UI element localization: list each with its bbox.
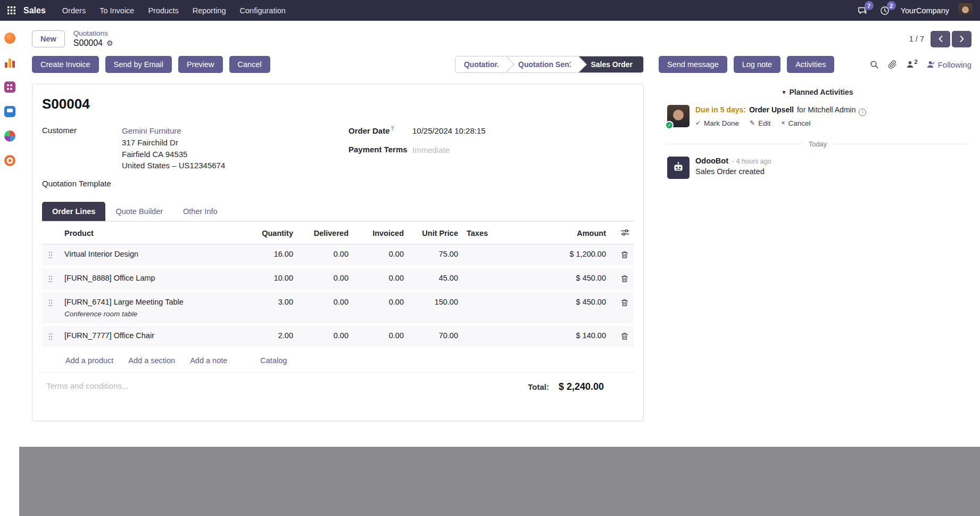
column-header-quantity[interactable]: Quantity — [238, 223, 297, 244]
app-shortcut-icon-1[interactable] — [4, 32, 15, 44]
log-note-button[interactable]: Log note — [734, 56, 780, 73]
status-quotation[interactable]: Quotation — [455, 56, 505, 72]
invoiced-cell[interactable]: 0.00 — [353, 244, 408, 267]
company-name[interactable]: YourCompany — [901, 6, 949, 15]
column-header-delivered[interactable]: Delivered — [297, 223, 353, 244]
drag-handle-icon[interactable] — [46, 250, 55, 260]
apps-menu-button[interactable] — [0, 0, 22, 21]
cancel-button[interactable]: Cancel — [229, 56, 270, 73]
status-quotation-sent[interactable]: Quotation Sent — [505, 56, 578, 72]
quantity-cell[interactable]: 10.00 — [238, 267, 297, 291]
record-actions-gear-icon[interactable]: ⚙ — [106, 39, 113, 47]
delete-line-icon[interactable] — [620, 274, 629, 284]
invoiced-cell[interactable]: 0.00 — [353, 291, 408, 325]
unit-price-cell[interactable]: 70.00 — [408, 325, 462, 349]
delivered-cell[interactable]: 0.00 — [297, 267, 353, 291]
app-name[interactable]: Sales — [23, 6, 46, 15]
menu-configuration[interactable]: Configuration — [233, 0, 293, 21]
taxes-cell[interactable] — [462, 325, 526, 349]
user-avatar[interactable] — [958, 3, 973, 18]
unit-price-cell[interactable]: 150.00 — [408, 291, 462, 325]
customer-link[interactable]: Gemini Furniture — [122, 125, 225, 137]
invoiced-cell[interactable]: 0.00 — [353, 325, 408, 349]
invoiced-cell[interactable]: 0.00 — [353, 267, 408, 291]
column-header-product[interactable]: Product — [60, 223, 238, 244]
delivered-cell[interactable]: 0.00 — [297, 244, 353, 267]
pager-previous-button[interactable] — [931, 31, 950, 47]
unit-price-cell[interactable]: 75.00 — [408, 244, 462, 267]
quantity-cell[interactable]: 16.00 — [238, 244, 297, 267]
column-header-taxes[interactable]: Taxes — [462, 223, 526, 244]
delete-line-icon[interactable] — [620, 298, 629, 308]
terms-and-conditions-field[interactable]: Terms and conditions... — [46, 381, 128, 390]
menu-to-invoice[interactable]: To Invoice — [93, 0, 141, 21]
paperclip-icon — [888, 60, 897, 69]
tab-other-info[interactable]: Other Info — [173, 202, 227, 221]
add-a-note-link[interactable]: Add a note — [190, 356, 227, 365]
menu-products[interactable]: Products — [141, 0, 185, 21]
column-header-invoiced[interactable]: Invoiced — [353, 223, 408, 244]
line-note[interactable]: Conference room table — [64, 310, 234, 318]
drag-handle-icon[interactable] — [46, 298, 55, 308]
info-icon[interactable]: i — [859, 109, 866, 116]
message-author: OdooBot — [695, 157, 728, 165]
drag-handle-icon[interactable] — [46, 274, 55, 284]
payment-terms-field[interactable]: Immediate — [412, 144, 450, 156]
product-cell[interactable]: [FURN_8888] Office Lamp — [64, 274, 234, 282]
delete-line-icon[interactable] — [620, 331, 629, 341]
menu-reporting[interactable]: Reporting — [186, 0, 233, 21]
new-button[interactable]: New — [32, 30, 65, 47]
delivered-cell[interactable]: 0.00 — [297, 325, 353, 349]
drag-handle-icon[interactable] — [46, 331, 55, 342]
taxes-cell[interactable] — [462, 291, 526, 325]
status-sales-order[interactable]: Sales Order — [578, 56, 643, 72]
send-by-email-button[interactable]: Send by Email — [105, 56, 172, 73]
following-button[interactable]: Following — [927, 60, 971, 69]
taxes-cell[interactable] — [462, 244, 526, 267]
product-cell[interactable]: [FURN_6741] Large Meeting Table — [64, 298, 234, 306]
product-cell[interactable]: [FURN_7777] Office Chair — [64, 331, 234, 340]
tab-quote-builder[interactable]: Quote Builder — [105, 202, 173, 221]
column-header-amount[interactable]: Amount — [526, 223, 610, 244]
total-label: Total: — [528, 382, 549, 391]
app-shortcut-blue-icon[interactable] — [4, 106, 15, 117]
edit-activity-button[interactable]: ✎ Edit — [750, 119, 770, 127]
delivered-cell[interactable]: 0.00 — [297, 291, 353, 325]
app-shortcut-chart-icon[interactable] — [4, 57, 15, 68]
create-invoice-button[interactable]: Create Invoice — [32, 56, 99, 73]
date-divider-label: Today — [802, 140, 834, 148]
mark-done-button[interactable]: ✓ Mark Done — [695, 119, 739, 127]
messages-menu-button[interactable]: 7 — [856, 4, 869, 17]
taxes-cell[interactable] — [462, 267, 526, 291]
product-cell[interactable]: Virtual Interior Design — [64, 250, 234, 258]
unit-price-cell[interactable]: 45.00 — [408, 267, 462, 291]
order-line-row-3: [FURN_6741] Large Meeting TableConferenc… — [42, 291, 634, 325]
tab-order-lines[interactable]: Order Lines — [42, 202, 105, 221]
delete-line-icon[interactable] — [620, 250, 629, 260]
catalog-link[interactable]: Catalog — [260, 356, 287, 365]
breadcrumb-quotations-link[interactable]: Quotations — [73, 29, 113, 38]
search-messages-button[interactable] — [870, 60, 879, 69]
attachments-button[interactable] — [888, 60, 897, 69]
app-shortcut-pie-icon[interactable] — [4, 130, 15, 142]
optional-columns-icon[interactable] — [621, 228, 629, 236]
app-shortcut-grid-icon[interactable] — [4, 81, 15, 93]
send-message-button[interactable]: Send message — [659, 56, 727, 73]
order-date-value[interactable]: 10/25/2024 10:28:15 — [412, 125, 486, 137]
app-shortcut-donut-icon[interactable] — [4, 155, 15, 166]
pager-next-button[interactable] — [952, 31, 971, 47]
quantity-cell[interactable]: 2.00 — [238, 325, 297, 349]
preview-button[interactable]: Preview — [178, 56, 223, 73]
quantity-cell[interactable]: 3.00 — [238, 291, 297, 325]
activities-button[interactable]: Activities — [787, 56, 834, 73]
activities-menu-button[interactable]: 2 — [878, 4, 892, 17]
activity-item: ✓ Due in 5 days: Order Upsell for Mitche… — [667, 105, 968, 127]
add-a-section-link[interactable]: Add a section — [128, 356, 175, 365]
followers-button[interactable]: 2 — [906, 60, 918, 69]
caret-down-icon[interactable]: ▾ — [782, 88, 785, 96]
column-header-unit-price[interactable]: Unit Price — [408, 223, 462, 244]
cancel-activity-button[interactable]: × Cancel — [781, 119, 810, 127]
person-check-icon — [927, 60, 935, 69]
add-a-product-link[interactable]: Add a product — [65, 356, 113, 365]
menu-orders[interactable]: Orders — [55, 0, 93, 21]
